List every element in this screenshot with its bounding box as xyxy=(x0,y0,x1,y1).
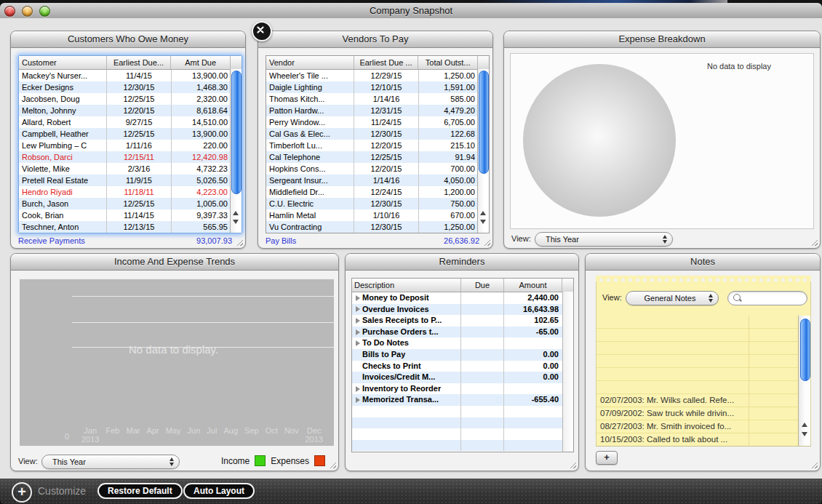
expand-arrow-icon[interactable] xyxy=(356,295,360,301)
table-row[interactable]: Cal Telephone12/25/1591.94 xyxy=(266,151,489,163)
notes-search-input[interactable] xyxy=(746,292,802,304)
window-titlebar[interactable]: Company Snapshot xyxy=(0,3,822,19)
table-row[interactable]: Inventory to Reorder xyxy=(352,383,573,395)
panel-title-customers[interactable]: Customers Who Owe Money xyxy=(11,31,245,48)
table-row[interactable]: Burch, Jason12/25/151,005.00 xyxy=(19,198,242,209)
table-row[interactable]: Checks to Print0.00 xyxy=(352,361,573,372)
resize-grip-icon[interactable] xyxy=(328,460,336,468)
column-header-description[interactable]: Description xyxy=(352,279,461,292)
cell-name: Teschner, Anton xyxy=(19,221,107,233)
customize-label[interactable]: Customize xyxy=(38,485,86,497)
table-row[interactable]: Wheeler's Tile ...12/29/151,250.00 xyxy=(266,70,489,81)
note-row[interactable]: 10/15/2003: Called to talk about ... xyxy=(596,433,810,446)
table-row[interactable]: Timberloft Lu...12/20/15215.10 xyxy=(266,140,489,151)
expand-arrow-icon[interactable] xyxy=(356,386,360,392)
cell-amount: 2,440.00 xyxy=(504,292,562,304)
panel-title-notes[interactable]: Notes xyxy=(586,254,820,271)
scroll-down-icon[interactable] xyxy=(233,220,239,224)
table-row[interactable]: Hamlin Metal1/10/16670.00 xyxy=(266,209,489,221)
column-header-due[interactable]: Due xyxy=(461,279,504,292)
table-row[interactable]: Sergeant Insur...1/14/164,050.00 xyxy=(266,175,489,186)
panel-title-expense-breakdown[interactable]: Expense Breakdown xyxy=(504,31,820,48)
receive-payments-link[interactable]: Receive Payments xyxy=(18,236,85,245)
column-header-amt-due[interactable]: Amt Due xyxy=(171,56,231,69)
scroll-down-icon[interactable] xyxy=(480,220,486,224)
table-row[interactable]: Robson, Darci12/15/1112,420.98 xyxy=(19,151,242,163)
customers-scrollbar[interactable] xyxy=(230,69,242,233)
resize-grip-icon[interactable] xyxy=(568,460,576,468)
table-row[interactable]: Cook, Brian11/14/159,397.33 xyxy=(19,209,242,221)
trends-view-dropdown[interactable]: This Year xyxy=(41,455,180,469)
expand-arrow-icon[interactable] xyxy=(356,306,360,312)
table-row[interactable]: Overdue Invoices16,643.98 xyxy=(352,304,573,316)
column-header-earliest-due[interactable]: Earliest Due ... xyxy=(354,56,419,69)
table-row[interactable]: C.U. Electric12/30/15750.00 xyxy=(266,198,489,209)
restore-default-button[interactable]: Restore Default xyxy=(97,483,183,499)
panel-title-reminders[interactable]: Reminders xyxy=(346,254,578,271)
vendors-scrollbar-thumb[interactable] xyxy=(479,71,489,174)
auto-layout-button[interactable]: Auto Layout xyxy=(183,483,255,499)
expand-arrow-icon[interactable] xyxy=(356,329,360,335)
resize-grip-icon[interactable] xyxy=(810,460,818,468)
table-row[interactable]: Bills to Pay0.00 xyxy=(352,349,573,361)
table-row[interactable]: Teschner, Anton12/13/15565.95 xyxy=(19,221,242,233)
pay-bills-link[interactable]: Pay Bills xyxy=(266,236,296,245)
notes-search-field[interactable] xyxy=(727,291,807,305)
table-row[interactable]: Patton Hardw...12/31/154,479.20 xyxy=(266,105,489,116)
notes-view-dropdown[interactable]: General Notes xyxy=(626,291,719,305)
add-content-icon[interactable]: + xyxy=(12,482,32,503)
expense-view-dropdown[interactable]: This Year xyxy=(535,232,673,247)
table-row[interactable]: Melton, Johnny12/20/158,618.64 xyxy=(19,105,242,116)
note-row[interactable]: 07/09/2002: Saw truck while drivin... xyxy=(596,407,810,420)
table-row[interactable]: Allard, Robert9/27/1514,510.00 xyxy=(19,116,242,128)
scroll-down-icon[interactable] xyxy=(802,432,807,436)
panel-title-trends[interactable]: Income And Expense Trends xyxy=(11,254,338,271)
close-panel-icon[interactable] xyxy=(252,21,272,41)
table-row[interactable]: Campbell, Heather12/25/1513,900.00 xyxy=(19,128,242,140)
table-row[interactable]: Thomas Kitch...1/14/16585.00 xyxy=(266,93,489,105)
table-row[interactable]: Perry Window...11/24/156,705.00 xyxy=(266,116,489,128)
column-header-amount[interactable]: Amount xyxy=(504,279,562,292)
expand-arrow-icon[interactable] xyxy=(356,397,360,403)
table-row[interactable]: Violette, Mike2/3/164,732.23 xyxy=(19,163,242,175)
table-row[interactable]: Ecker Designs12/30/151,468.30 xyxy=(19,81,242,93)
expand-arrow-icon[interactable] xyxy=(356,340,360,346)
resize-grip-icon[interactable] xyxy=(482,238,490,246)
cell-due: 12/20/15 xyxy=(107,105,172,116)
reminders-scrollbar[interactable] xyxy=(562,292,573,452)
resize-grip-icon[interactable] xyxy=(810,238,818,246)
column-header-earliest-due[interactable]: Earliest Due... xyxy=(107,56,172,69)
table-row[interactable]: Cal Gas & Elec...12/30/15122.68 xyxy=(266,128,489,140)
column-header-vendor[interactable]: Vendor xyxy=(266,56,354,69)
table-row[interactable]: Mackey's Nurser...11/4/1513,900.00 xyxy=(19,70,242,81)
notes-scrollbar-thumb[interactable] xyxy=(800,319,810,381)
table-row[interactable]: Invoices/Credit M...0.00 xyxy=(352,372,573,383)
note-row[interactable]: 08/27/2003: Mr. Smith invoiced fo... xyxy=(596,420,810,433)
table-row[interactable]: Money to Deposit2,440.00 xyxy=(352,292,573,304)
scroll-up-icon[interactable] xyxy=(480,211,486,215)
table-row[interactable]: Memorized Transa...-655.40 xyxy=(352,394,573,406)
panel-title-vendors[interactable]: Vendors To Pay xyxy=(258,31,492,48)
notes-scrollbar[interactable] xyxy=(798,316,810,446)
column-header-total-outstanding[interactable]: Total Outst... xyxy=(418,56,478,69)
column-header-customer[interactable]: Customer xyxy=(19,56,107,69)
table-row[interactable]: Pretell Real Estate11/9/155,026.50 xyxy=(19,175,242,186)
note-row[interactable]: 02/07/2003: Mr. Wilks called. Refe... xyxy=(596,394,810,407)
expand-arrow-icon[interactable] xyxy=(356,318,360,324)
table-row[interactable]: To Do Notes xyxy=(352,337,573,349)
resize-grip-icon[interactable] xyxy=(235,238,243,246)
table-row[interactable]: Purchase Orders t...-65.00 xyxy=(352,327,573,338)
table-row[interactable]: Jacobsen, Doug12/25/152,320.00 xyxy=(19,93,242,105)
scroll-up-icon[interactable] xyxy=(233,211,239,215)
table-row[interactable]: Middlefield Dr...12/24/151,200.00 xyxy=(266,186,489,198)
table-row[interactable]: Hopkins Cons...12/20/15700.00 xyxy=(266,163,489,175)
vendors-scrollbar[interactable] xyxy=(477,69,489,233)
table-row[interactable]: Hendro Riyadi11/18/114,223.00 xyxy=(19,186,242,198)
table-row[interactable]: Daigle Lighting12/10/151,591.00 xyxy=(266,81,489,93)
customers-scrollbar-thumb[interactable] xyxy=(231,71,242,194)
add-note-button[interactable]: + xyxy=(596,451,618,465)
table-row[interactable]: Vu Contracting12/30/151,250.00 xyxy=(266,221,489,233)
scroll-up-icon[interactable] xyxy=(802,423,807,427)
table-row[interactable]: Sales Receipts to P...102.65 xyxy=(352,315,573,327)
table-row[interactable]: Lew Plumbing – C1/11/16220.00 xyxy=(19,140,242,151)
